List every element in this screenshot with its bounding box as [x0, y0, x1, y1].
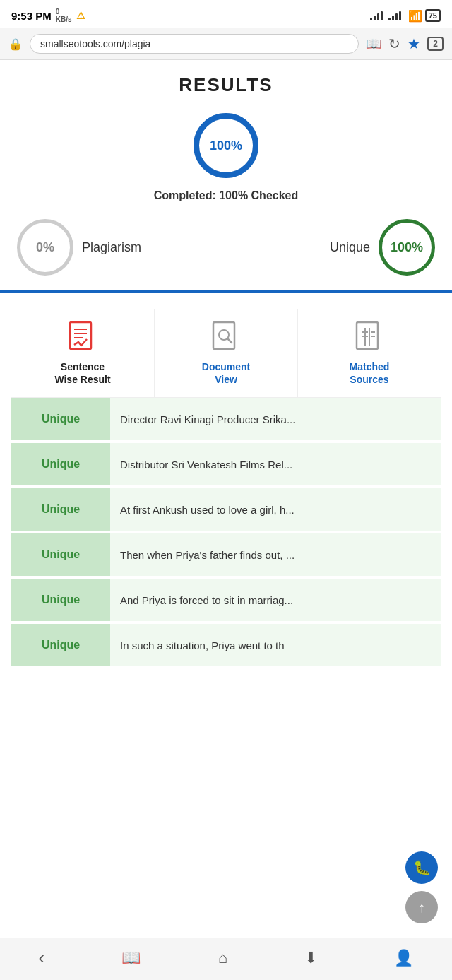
home-icon[interactable]: ⌂	[218, 949, 227, 967]
lock-icon: 🔒	[8, 37, 23, 51]
result-text: Director Ravi Kinagi Producer Srika...	[110, 398, 441, 440]
profile-icon[interactable]: 👤	[394, 949, 413, 967]
tab-matched-sources-label: MatchedSources	[350, 360, 390, 386]
download-icon[interactable]: ⬇	[304, 949, 317, 967]
battery-indicator: 75	[425, 9, 441, 22]
scroll-up-fab[interactable]: ↑	[405, 891, 438, 923]
plagiarism-circle: 0%	[17, 219, 73, 276]
status-right: 📶 75	[370, 9, 441, 23]
table-row: Unique And Priya is forced to sit in mar…	[11, 579, 441, 624]
badge-text: Unique	[42, 548, 80, 561]
wifi-icon: 📶	[408, 9, 422, 23]
progress-circle: 100%	[191, 110, 261, 181]
result-text: And Priya is forced to sit in marriag...	[110, 579, 441, 621]
unique-stat: Unique 100%	[330, 219, 435, 276]
tab-sentence-wise[interactable]: SentenceWise Result	[11, 309, 155, 397]
progress-percent: 100%	[210, 138, 242, 153]
refresh-icon[interactable]: ↻	[388, 35, 400, 52]
tab-count[interactable]: 2	[427, 37, 444, 51]
status-kb: 0KB/s	[56, 8, 72, 23]
table-row: Unique Director Ravi Kinagi Producer Sri…	[11, 398, 441, 443]
result-badge: Unique	[11, 579, 110, 621]
results-table: Unique Director Ravi Kinagi Producer Sri…	[11, 398, 441, 669]
completed-text: Completed: 100% Checked	[11, 189, 441, 202]
result-badge: Unique	[11, 398, 110, 440]
tab-document-view-label: DocumentView	[202, 360, 250, 386]
badge-text: Unique	[42, 594, 80, 606]
badge-text: Unique	[42, 458, 80, 471]
status-time: 9:53 PM	[11, 10, 52, 22]
main-content: RESULTS 100% Completed: 100% Checked 0% …	[0, 60, 452, 669]
unique-label: Unique	[330, 240, 370, 255]
back-button[interactable]: ‹	[39, 947, 45, 969]
svg-rect-6	[213, 322, 234, 349]
unique-circle: 100%	[379, 219, 435, 276]
signal-icon	[370, 11, 383, 20]
table-row: Unique At first Ankush used to love a gi…	[11, 488, 441, 533]
plagiarism-stat: 0% Plagiarism	[17, 219, 141, 276]
matched-sources-icon	[352, 321, 386, 355]
signal-icon-2	[388, 11, 401, 20]
book-icon[interactable]: 📖	[366, 36, 381, 52]
result-text: Distributor Sri Venkatesh Films Rel...	[110, 443, 441, 485]
tab-document-view[interactable]: DocumentView	[155, 309, 298, 397]
badge-text: Unique	[42, 639, 80, 651]
tab-matched-sources[interactable]: MatchedSources	[298, 309, 441, 397]
result-badge: Unique	[11, 488, 110, 531]
bookmark-star-icon[interactable]: ★	[408, 35, 420, 52]
unique-value: 100%	[391, 240, 423, 255]
result-text: In such a situation, Priya went to th	[110, 624, 441, 666]
table-row: Unique Then when Priya's father finds ou…	[11, 533, 441, 579]
results-title: RESULTS	[11, 74, 441, 96]
url-bar[interactable]: smallseotools.com/plagia	[30, 34, 359, 54]
document-view-icon	[209, 321, 243, 355]
table-row: Unique In such a situation, Priya went t…	[11, 624, 441, 669]
blue-divider	[0, 290, 452, 293]
result-text: Then when Priya's father finds out, ...	[110, 533, 441, 576]
progress-circle-container: 100%	[11, 110, 441, 181]
bug-fab[interactable]: 🐛	[405, 851, 438, 884]
svg-line-8	[227, 338, 232, 343]
plagiarism-label: Plagiarism	[82, 240, 141, 255]
table-row: Unique Distributor Sri Venkatesh Films R…	[11, 443, 441, 488]
tab-sentence-wise-label: SentenceWise Result	[54, 360, 110, 386]
result-text: At first Ankush used to love a girl, h..…	[110, 488, 441, 531]
status-warn: ⚠	[76, 10, 85, 21]
badge-text: Unique	[42, 413, 80, 425]
stats-row: 0% Plagiarism Unique 100%	[11, 219, 441, 276]
result-badge: Unique	[11, 624, 110, 666]
bottom-nav: ‹ 📖 ⌂ ⬇ 👤	[0, 938, 452, 980]
status-left: 9:53 PM 0KB/s ⚠	[11, 8, 85, 23]
plagiarism-value: 0%	[36, 240, 54, 255]
bookmarks-icon[interactable]: 📖	[121, 949, 141, 967]
sentence-wise-icon	[66, 321, 100, 355]
floating-buttons: 🐛 ↑	[405, 851, 438, 923]
status-bar: 9:53 PM 0KB/s ⚠ 📶 75	[0, 0, 452, 28]
badge-text: Unique	[42, 503, 80, 516]
browser-bar: 🔒 smallseotools.com/plagia 📖 ↻ ★ 2	[0, 28, 452, 60]
result-badge: Unique	[11, 533, 110, 576]
result-badge: Unique	[11, 443, 110, 485]
view-tabs: SentenceWise Result DocumentView	[11, 309, 441, 398]
